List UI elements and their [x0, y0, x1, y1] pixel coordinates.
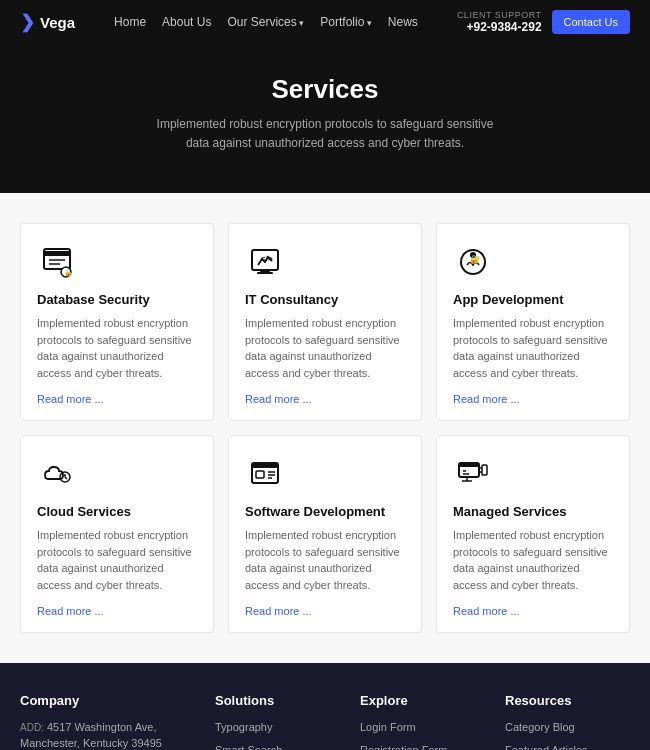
footer-explore-heading: Explore [360, 693, 485, 708]
read-more-0[interactable]: Read more ... [37, 393, 104, 405]
service-desc-3: Implemented robust encryption protocols … [37, 527, 197, 593]
service-desc-4: Implemented robust encryption protocols … [245, 527, 405, 593]
nav-portfolio[interactable]: Portfolio [320, 15, 372, 29]
svg-text:🔒: 🔒 [64, 268, 73, 277]
svg-rect-18 [256, 471, 264, 478]
nav-about[interactable]: About Us [162, 15, 211, 29]
service-desc-0: Implemented robust encryption protocols … [37, 315, 197, 381]
read-more-2[interactable]: Read more ... [453, 393, 520, 405]
service-desc-2: Implemented robust encryption protocols … [453, 315, 613, 381]
service-title-3: Cloud Services [37, 504, 197, 519]
footer-resources-col: Resources Category Blog Featured Article… [505, 693, 630, 750]
it-consultancy-icon: </> [245, 242, 285, 282]
service-card-app-development: 🔐 App Development Implemented robust enc… [436, 223, 630, 421]
nav-right: CLIENT SUPPORT +92-9384-292 Contact Us [457, 10, 630, 34]
svg-rect-1 [44, 251, 70, 256]
navbar: ❯ Vega Home About Us Our Services Portfo… [0, 0, 650, 44]
footer-company-heading: Company [20, 693, 195, 708]
logo-icon: ❯ [20, 11, 35, 33]
read-more-5[interactable]: Read more ... [453, 605, 520, 617]
footer-link-category-blog[interactable]: Category Blog [505, 720, 630, 735]
service-card-database-security: 🔒 Database Security Implemented robust e… [20, 223, 214, 421]
support-label: CLIENT SUPPORT [457, 10, 542, 20]
footer-columns: Company ADD: 4517 Washington Ave, Manche… [20, 693, 630, 750]
software-development-icon [245, 454, 285, 494]
svg-rect-24 [482, 465, 487, 475]
footer-link-featured-articles[interactable]: Featured Articles [505, 743, 630, 750]
service-title-0: Database Security [37, 292, 197, 307]
footer: Company ADD: 4517 Washington Ave, Manche… [0, 663, 650, 750]
hero-subtitle: Implemented robust encryption protocols … [145, 115, 505, 153]
svg-rect-8 [260, 270, 270, 272]
footer-link-smart-search[interactable]: Smart Search [215, 743, 340, 750]
read-more-4[interactable]: Read more ... [245, 605, 312, 617]
service-title-1: IT Consultancy [245, 292, 405, 307]
read-more-1[interactable]: Read more ... [245, 393, 312, 405]
nav-links: Home About Us Our Services Portfolio New… [114, 15, 418, 29]
support-phone: +92-9384-292 [457, 20, 542, 34]
logo[interactable]: ❯ Vega [20, 11, 75, 33]
svg-line-15 [65, 477, 67, 479]
svg-text:🔐: 🔐 [470, 254, 480, 264]
services-section: 🔒 Database Security Implemented robust e… [0, 193, 650, 663]
footer-link-registration[interactable]: Registration Form [360, 743, 485, 750]
footer-resources-heading: Resources [505, 693, 630, 708]
hero-title: Services [20, 74, 630, 105]
svg-rect-17 [252, 463, 278, 468]
svg-rect-23 [459, 463, 479, 467]
read-more-3[interactable]: Read more ... [37, 605, 104, 617]
service-desc-1: Implemented robust encryption protocols … [245, 315, 405, 381]
footer-solutions-heading: Solutions [215, 693, 340, 708]
service-title-5: Managed Services [453, 504, 613, 519]
service-card-it-consultancy: </> IT Consultancy Implemented robust en… [228, 223, 422, 421]
service-title-4: Software Development [245, 504, 405, 519]
svg-rect-9 [257, 272, 273, 274]
logo-text: Vega [40, 14, 75, 31]
service-card-managed-services: Managed Services Implemented robust encr… [436, 435, 630, 633]
service-desc-5: Implemented robust encryption protocols … [453, 527, 613, 593]
nav-home[interactable]: Home [114, 15, 146, 29]
svg-text:</>: </> [261, 254, 273, 263]
services-grid: 🔒 Database Security Implemented robust e… [20, 223, 630, 633]
footer-link-typography[interactable]: Typography [215, 720, 340, 735]
cloud-services-icon [37, 454, 77, 494]
hero-section: Services Implemented robust encryption p… [0, 44, 650, 193]
address-label: ADD: [20, 722, 44, 733]
database-security-icon: 🔒 [37, 242, 77, 282]
managed-services-icon [453, 454, 493, 494]
service-card-software-development: Software Development Implemented robust … [228, 435, 422, 633]
app-development-icon: 🔐 [453, 242, 493, 282]
nav-news[interactable]: News [388, 15, 418, 29]
nav-services[interactable]: Our Services [227, 15, 304, 29]
footer-link-login[interactable]: Login Form [360, 720, 485, 735]
client-support: CLIENT SUPPORT +92-9384-292 [457, 10, 542, 34]
footer-company-col: Company ADD: 4517 Washington Ave, Manche… [20, 693, 195, 750]
contact-button[interactable]: Contact Us [552, 10, 630, 34]
footer-solutions-col: Solutions Typography Smart Search Offlin… [215, 693, 340, 750]
footer-explore-col: Explore Login Form Registration Form Pro… [360, 693, 485, 750]
service-card-cloud-services: Cloud Services Implemented robust encryp… [20, 435, 214, 633]
service-title-2: App Development [453, 292, 613, 307]
